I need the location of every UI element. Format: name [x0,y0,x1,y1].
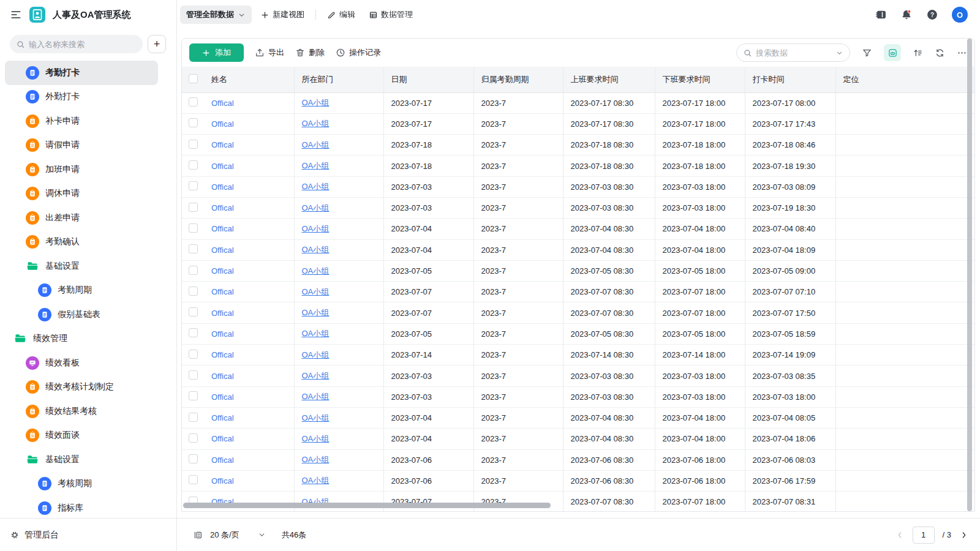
cell-dept[interactable]: OA小组 [294,219,383,239]
row-select-cell[interactable] [182,176,204,197]
department-link[interactable]: OA小组 [302,140,330,149]
record-name-link[interactable]: Offical [211,203,234,212]
sidebar-search[interactable] [10,35,143,53]
sort-button[interactable] [913,48,923,58]
edit-button[interactable]: 编辑 [322,6,360,24]
sidebar-item[interactable]: 加班申请 [5,157,158,182]
record-name-link[interactable]: Offical [211,350,234,359]
cell-dept[interactable]: OA小组 [294,449,383,470]
row-select-cell[interactable] [182,156,204,176]
row-checkbox[interactable] [189,160,198,170]
cell-dept[interactable]: OA小组 [294,429,383,449]
row-select-cell[interactable] [182,323,204,344]
record-name-link[interactable]: Offical [211,434,234,443]
table-search[interactable] [736,43,850,62]
row-select-cell[interactable] [182,407,204,428]
record-name-link[interactable]: Offical [211,455,234,465]
cell-dept[interactable]: OA小组 [294,323,383,344]
column-header[interactable]: 定位 [835,67,974,92]
row-checkbox[interactable] [189,140,198,149]
row-select-cell[interactable] [182,302,204,323]
sidebar-item[interactable]: 绩效结果考核 [5,399,158,424]
column-header[interactable]: 所在部门 [294,67,383,92]
cell-dept[interactable]: OA小组 [294,197,383,218]
cell-name[interactable]: Offical [204,282,294,302]
row-checkbox[interactable] [189,433,198,443]
sidebar-item[interactable]: 请假申请 [5,133,158,158]
sidebar-item[interactable]: 补卡申请 [5,109,158,133]
add-record-button[interactable]: 添加 [189,43,244,62]
sidebar-item[interactable]: 绩效看板 [5,351,158,375]
cell-name[interactable]: Offical [204,302,294,323]
sidebar-item[interactable]: 考核周期 [5,472,158,497]
side-panel-icon[interactable] [875,9,887,21]
cell-name[interactable]: Offical [204,449,294,470]
record-name-link[interactable]: Offical [211,140,234,149]
record-name-link[interactable]: Offical [211,392,234,402]
row-select-cell[interactable] [182,429,204,449]
row-select-cell[interactable] [182,135,204,156]
notification-bell-icon[interactable] [900,9,913,21]
department-link[interactable]: OA小组 [302,329,330,338]
chevron-down-icon[interactable] [258,531,266,539]
sidebar-item[interactable]: 绩效管理 [5,327,158,351]
sidebar-item[interactable]: 基础设置 [5,254,158,279]
record-name-link[interactable]: Offical [211,309,234,318]
record-name-link[interactable]: Offical [211,476,234,485]
cell-dept[interactable]: OA小组 [294,386,383,407]
new-view-button[interactable]: 新建视图 [255,6,309,24]
cell-dept[interactable]: OA小组 [294,302,383,323]
row-checkbox[interactable] [189,223,198,233]
admin-console-button[interactable]: 管理后台 [0,518,176,551]
vertical-scrollbar[interactable] [967,39,972,511]
cell-name[interactable]: Offical [204,429,294,449]
sidebar-item[interactable]: 外勤打卡 [5,85,158,110]
row-checkbox[interactable] [189,454,198,463]
select-all-cell[interactable] [182,67,204,92]
department-link[interactable]: OA小组 [302,434,330,443]
record-name-link[interactable]: Offical [211,413,234,422]
column-header[interactable]: 日期 [383,67,473,92]
record-name-link[interactable]: Offical [211,372,234,381]
help-icon[interactable]: ? [926,9,938,21]
row-checkbox[interactable] [189,118,198,127]
sidebar-item[interactable]: 出差申请 [5,206,158,230]
more-button[interactable] [957,48,967,58]
page-size-label[interactable]: 20 条/页 [210,530,239,541]
history-button[interactable]: 操作记录 [336,47,381,58]
row-checkbox[interactable] [189,97,198,107]
cell-dept[interactable]: OA小组 [294,260,383,281]
record-name-link[interactable]: Offical [211,224,234,233]
cell-name[interactable]: Offical [204,156,294,176]
row-select-cell[interactable] [182,113,204,134]
sidebar-item[interactable]: 考勤确认 [5,230,158,255]
cell-dept[interactable]: OA小组 [294,92,383,113]
cell-name[interactable]: Offical [204,239,294,260]
record-name-link[interactable]: Offical [211,287,234,296]
cell-dept[interactable]: OA小组 [294,470,383,491]
export-button[interactable]: 导出 [255,47,284,58]
row-checkbox[interactable] [189,391,198,400]
cell-name[interactable]: Offical [204,113,294,134]
row-select-cell[interactable] [182,92,204,113]
record-name-link[interactable]: Offical [211,246,234,255]
cell-dept[interactable]: OA小组 [294,407,383,428]
cell-name[interactable]: Offical [204,365,294,386]
row-checkbox[interactable] [189,370,198,380]
department-link[interactable]: OA小组 [302,350,330,359]
row-select-cell[interactable] [182,386,204,407]
sidebar-search-input[interactable] [29,40,137,49]
cell-dept[interactable]: OA小组 [294,156,383,176]
user-avatar[interactable]: O [952,7,968,23]
sidebar-item[interactable]: 调休申请 [5,182,158,206]
filter-button[interactable] [862,48,872,58]
department-link[interactable]: OA小组 [302,245,330,254]
column-header[interactable]: 姓名 [204,67,294,92]
cell-dept[interactable]: OA小组 [294,492,383,511]
select-all-checkbox[interactable] [189,74,198,83]
department-link[interactable]: OA小组 [302,371,330,380]
current-page-input[interactable] [913,527,935,544]
row-select-cell[interactable] [182,492,204,511]
row-select-cell[interactable] [182,449,204,470]
row-select-cell[interactable] [182,345,204,365]
